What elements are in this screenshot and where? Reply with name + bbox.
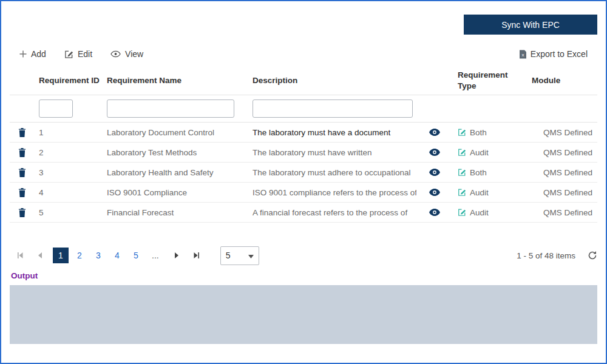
header-module[interactable]: Module [527,75,597,86]
cell-requirement-name: Laboratory Document Control [102,128,248,137]
cell-description: The laboratory must adhere to occupation… [248,168,416,177]
table-row: 2 Laboratory Test Methods The laboratory… [10,143,597,163]
edit-type-icon[interactable] [458,208,466,217]
cell-requirement-name: Financial Forecast [102,208,248,217]
cell-module: QMS Defined [527,148,597,157]
last-page-icon[interactable] [186,252,207,259]
eye-outline-icon [110,50,121,58]
filter-requirement-name-input[interactable] [107,99,234,118]
view-button[interactable]: View [110,49,143,59]
requirements-grid: Requirement ID Requirement Name Descript… [10,67,597,223]
cell-requirement-id: 4 [34,188,102,197]
cell-module: QMS Defined [527,208,597,217]
page-button-1[interactable]: 1 [53,248,69,263]
page-button-3[interactable]: 3 [90,248,106,263]
cell-module: QMS Defined [527,168,597,177]
cell-requirement-name: ISO 9001 Compliance [102,188,248,197]
edit-type-icon[interactable] [458,148,466,157]
view-row-icon[interactable] [429,129,440,136]
cell-requirement-type: Audit [470,148,489,157]
page-ellipsis[interactable]: ... [152,251,159,260]
table-row: 4 ISO 9001 Compliance ISO 9001 complianc… [10,183,597,203]
export-button-label: Export to Excel [531,49,588,59]
output-panel [10,285,597,344]
page-button-4[interactable]: 4 [109,248,125,263]
grid-filter-row [10,95,597,123]
pager-items-info: 1 - 5 of 48 items [517,251,575,260]
header-requirement-id[interactable]: Requirement ID [34,75,102,86]
edit-type-icon[interactable] [458,168,466,177]
header-description[interactable]: Description [248,75,416,86]
grid-toolbar: Add Edit View x Export to Excel [19,46,588,62]
edit-type-icon[interactable] [458,128,466,136]
cell-description: The laboratory must have a document [248,128,416,137]
view-row-icon[interactable] [429,209,440,216]
page-size-dropdown[interactable]: 5 [220,246,259,265]
table-row: 5 Financial Forecast A financial forecas… [10,203,597,223]
cell-requirement-type: Audit [470,208,489,217]
edit-button-label: Edit [78,49,92,59]
edit-pencil-icon [64,50,73,59]
delete-row-icon[interactable] [18,128,26,137]
cell-requirement-type: Audit [470,188,489,197]
table-row: 1 Laboratory Document Control The labora… [10,123,597,143]
cell-description: ISO 9001 compliance refers to the proces… [248,188,416,197]
delete-row-icon[interactable] [18,188,26,197]
cell-description: The laboratory must have written [248,148,416,157]
cell-module: QMS Defined [527,128,597,137]
grid-pager: 1 2 3 4 5 ... 5 1 - 5 of 48 items [10,244,597,267]
delete-row-icon[interactable] [18,148,26,157]
view-row-icon[interactable] [429,169,440,176]
cell-requirement-name: Laboratory Health and Safety [102,168,248,177]
edit-type-icon[interactable] [458,188,466,197]
cell-requirement-id: 5 [34,208,102,217]
cell-requirement-id: 3 [34,168,102,177]
refresh-icon[interactable] [588,251,597,260]
add-button-label: Add [31,49,46,59]
grid-header-row: Requirement ID Requirement Name Descript… [10,67,597,95]
table-row: 3 Laboratory Health and Safety The labor… [10,163,597,183]
next-page-icon[interactable] [168,252,186,259]
delete-row-icon[interactable] [18,168,26,177]
filter-requirement-id-input[interactable] [39,99,73,118]
export-to-excel-button[interactable]: x Export to Excel [519,49,588,59]
page-size-value: 5 [226,251,248,260]
first-page-icon[interactable] [10,252,30,259]
cell-requirement-name: Laboratory Test Methods [102,148,248,157]
previous-page-icon[interactable] [30,252,49,259]
cell-requirement-id: 1 [34,128,102,137]
filter-description-input[interactable] [253,99,413,118]
cell-requirement-type: Both [470,168,487,177]
sync-with-epc-button[interactable]: Sync With EPC [464,15,597,35]
output-label: Output [11,271,38,280]
view-button-label: View [125,49,143,59]
delete-row-icon[interactable] [18,208,26,217]
page-button-2[interactable]: 2 [72,248,87,263]
header-requirement-type[interactable]: Requirement Type [453,70,527,91]
cell-requirement-type: Both [470,128,487,137]
cell-description: A financial forecast refers to the proce… [248,208,416,217]
header-requirement-name[interactable]: Requirement Name [102,75,248,86]
view-row-icon[interactable] [429,189,440,196]
app-window: Sync With EPC Add Edit View x Export to … [0,0,607,364]
svg-text:x: x [521,52,524,58]
view-row-icon[interactable] [429,149,440,156]
cell-requirement-id: 2 [34,148,102,157]
excel-file-icon: x [519,50,527,59]
page-number-list: 1 2 3 4 5 ... [53,248,164,263]
cell-module: QMS Defined [527,188,597,197]
add-button[interactable]: Add [19,49,46,59]
plus-icon [19,50,27,58]
chevron-down-icon [248,251,254,260]
page-button-5[interactable]: 5 [128,248,144,263]
edit-button[interactable]: Edit [64,49,92,59]
